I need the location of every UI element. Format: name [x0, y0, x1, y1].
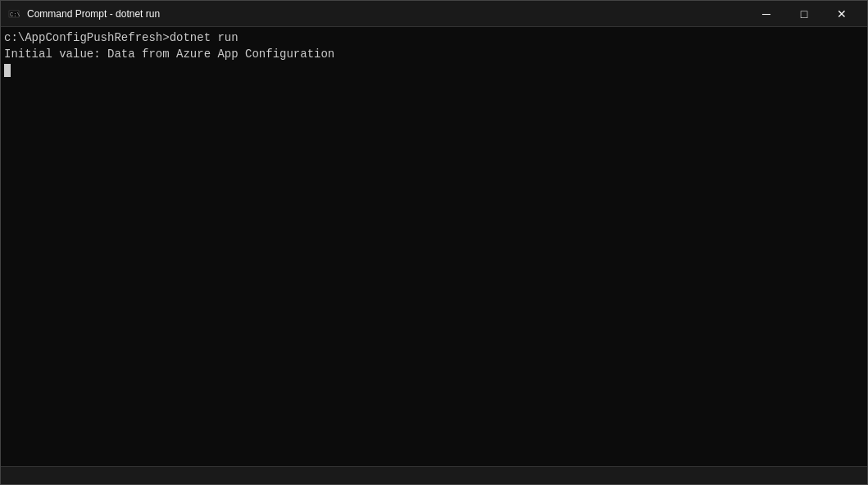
terminal-command-line: c:\AppConfigPushRefresh>dotnet run: [4, 30, 864, 47]
terminal-output-line: Initial value: Data from Azure App Confi…: [4, 47, 864, 63]
svg-text:C:\: C:\: [10, 11, 20, 18]
window-icon: C:\: [7, 7, 20, 20]
terminal-cursor: [4, 64, 11, 77]
title-bar: C:\ Command Prompt - dotnet run ─ □ ✕: [1, 1, 867, 27]
minimize-button[interactable]: ─: [748, 1, 785, 27]
command-prompt-window: C:\ Command Prompt - dotnet run ─ □ ✕ c:…: [0, 0, 868, 485]
status-bar: [1, 466, 867, 484]
terminal-body[interactable]: c:\AppConfigPushRefresh>dotnet run Initi…: [1, 27, 867, 466]
window-controls: ─ □ ✕: [748, 1, 861, 27]
maximize-button[interactable]: □: [785, 1, 823, 27]
cursor-line: [4, 64, 864, 77]
window-title: Command Prompt - dotnet run: [27, 8, 748, 20]
close-button[interactable]: ✕: [823, 1, 861, 27]
